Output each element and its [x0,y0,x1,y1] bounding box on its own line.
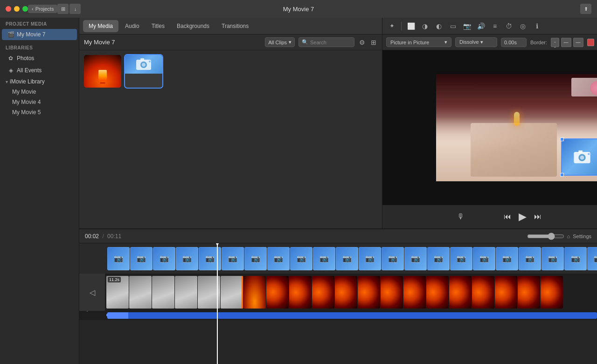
traffic-lights[interactable] [6,6,28,12]
audio-bar[interactable] [107,312,597,319]
clip-cell[interactable]: 📷 [244,247,267,270]
tab-titles[interactable]: Titles [146,20,170,32]
video-frame-fireworks[interactable] [403,276,426,309]
info-button[interactable]: ℹ [531,21,542,32]
clip-cell[interactable]: 📷 [176,247,198,270]
clip-cell[interactable]: 📷 [450,247,472,270]
clips-filter-label: All Clips [268,40,287,45]
clip-cell[interactable]: 📷 [222,247,244,270]
clip-cell[interactable]: 📷 [290,247,312,270]
border-style-thick[interactable]: — [573,38,583,47]
duration-input[interactable] [501,38,527,47]
dissolve-select[interactable]: Dissolve ▾ [455,37,497,47]
sidebar-item-my-movie[interactable]: 🎬 My Movie 7 [2,29,77,40]
video-frame-fireworks[interactable] [541,276,563,309]
forward-button[interactable]: ⏭ [534,213,541,221]
clip-cell[interactable]: 📷 [359,247,381,270]
clip-cell[interactable]: 📷 [519,247,541,270]
clip-cell[interactable]: 📷 [199,247,221,270]
video-frame[interactable] [129,276,152,309]
share-button[interactable]: ⬆ [580,4,591,14]
border-color-swatch[interactable] [587,39,594,46]
video-frame-fireworks[interactable] [472,276,494,309]
clip-cell[interactable]: 📷 [267,247,290,270]
sidebar-imovie-library[interactable]: ▾ iMovie Library [0,76,79,87]
clip-cell[interactable]: 📷 [427,247,450,270]
tab-my-media[interactable]: My Media [83,20,118,32]
clip-cell[interactable]: 📷 [382,247,404,270]
search-input[interactable] [310,40,347,45]
clips-filter-button[interactable]: All Clips ▾ [265,37,295,47]
zoom-slider[interactable] [527,233,564,240]
media-settings-button[interactable]: ⚙ [358,38,366,47]
video-frame[interactable] [198,276,220,309]
clip-cell[interactable]: 📷 [541,247,564,270]
crop-button[interactable]: ⬜ [405,21,417,32]
stabilize-button[interactable]: ◎ [517,21,528,32]
tab-backgrounds[interactable]: Backgrounds [171,20,215,32]
equalizer-button[interactable]: ≡ [489,21,500,32]
video-frame-fire[interactable] [243,276,266,309]
pip-overlay[interactable] [561,138,597,176]
clip-camera-icon: 📷 [571,254,580,263]
video-frame-fireworks[interactable] [358,276,380,309]
track-expand-button[interactable]: ◁ [79,274,105,311]
magic-tool-button[interactable]: ✦ [386,21,397,32]
pip-resize-handle-bl[interactable] [560,173,564,177]
color-balance-button[interactable]: ◑ [419,21,430,32]
video-frame[interactable]: 11.2s [106,276,129,309]
video-frame-fireworks[interactable] [266,276,289,309]
video-frame-fireworks[interactable] [312,276,334,309]
download-button[interactable]: ↓ [69,4,81,14]
crop-rotate-button[interactable]: ▭ [447,21,458,32]
projects-button[interactable]: ‹ Projects [28,5,57,13]
minimize-button[interactable] [14,6,20,12]
color-board-button[interactable]: ◐ [433,21,444,32]
play-button[interactable]: ▶ [519,211,527,223]
clip-cell[interactable]: 📷 [404,247,427,270]
picture-in-picture-select[interactable]: Picture in Picture ▾ [386,37,451,47]
video-frame-fireworks[interactable] [381,276,403,309]
timeline-tracks[interactable]: 📷 📷 📷 📷 📷 📷 📷 📷 📷 📷 📷 📷 📷 📷 [79,243,597,364]
border-style-medium[interactable]: — [561,38,571,47]
sidebar-item-my-movie-sub[interactable]: My Movie [0,87,79,97]
tab-audio[interactable]: Audio [119,20,145,32]
video-frame-fireworks[interactable] [289,276,312,309]
sidebar-item-my-movie-5[interactable]: My Movie 5 [0,107,79,117]
zoom-button[interactable] [22,6,28,12]
volume-button[interactable]: 🔊 [475,21,486,32]
border-style-dashed[interactable]: --- [551,38,559,47]
video-frame[interactable] [152,276,174,309]
hide-panel-button[interactable]: ⊞ [370,38,377,47]
sidebar-item-photos[interactable]: ✿ Photos [2,53,77,64]
video-frame-fireworks[interactable] [495,276,517,309]
video-frame[interactable] [175,276,197,309]
close-button[interactable] [6,6,11,12]
clip-cell[interactable]: 📷 [564,247,587,270]
pip-resize-handle-tl[interactable] [560,137,564,141]
media-item-camera[interactable] [125,55,162,88]
camera-settings-button[interactable]: 📷 [461,21,472,32]
clip-cell[interactable]: 📷 [473,247,495,270]
timeline-settings[interactable]: ⌂ Settings [527,233,591,240]
clip-cell[interactable]: 📷 [130,247,153,270]
microphone-button[interactable]: 🎙 [457,213,465,221]
clip-cell[interactable]: 📷 [107,247,130,270]
sidebar-item-my-movie-4[interactable]: My Movie 4 [0,97,79,107]
video-frame[interactable] [221,276,243,309]
clip-cell[interactable]: 📷 [496,247,518,270]
clip-cell[interactable]: 📷 [336,247,358,270]
grid-view-button[interactable]: ⊞ [57,4,69,14]
tab-transitions[interactable]: Transitions [216,20,254,32]
video-frame-fireworks[interactable] [426,276,449,309]
clip-cell[interactable]: 📷 [587,247,597,270]
clip-cell[interactable]: 📷 [313,247,335,270]
rewind-button[interactable]: ⏮ [504,213,511,221]
speed-button[interactable]: ⏱ [503,21,514,32]
video-frame-fireworks[interactable] [518,276,540,309]
clip-cell[interactable]: 📷 [153,247,175,270]
sidebar-item-all-events[interactable]: ◈ All Events [2,65,77,76]
media-item-fire[interactable] [84,55,121,88]
video-frame-fireworks[interactable] [449,276,472,309]
video-frame-fireworks[interactable] [335,276,357,309]
